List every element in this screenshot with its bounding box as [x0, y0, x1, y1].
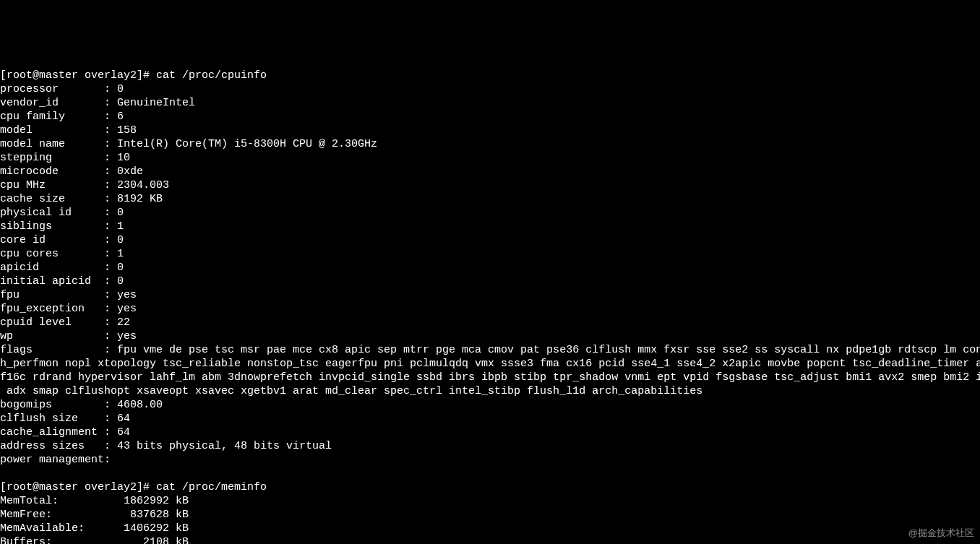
watermark-text: @掘金技术社区 [908, 526, 974, 540]
terminal-output[interactable]: [root@master overlay2]# cat /proc/cpuinf… [0, 69, 980, 544]
